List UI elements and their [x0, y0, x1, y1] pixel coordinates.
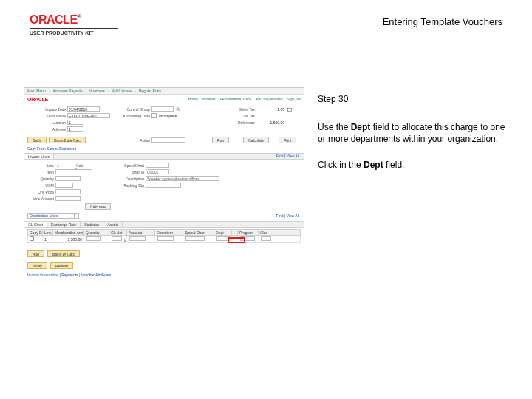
instruction-para-2: Click in the Dept field. [318, 159, 510, 171]
find-view-link-2[interactable]: Find | View All [276, 214, 299, 218]
search-icon[interactable] [176, 107, 180, 112]
step-label: Step 30 [318, 93, 510, 105]
item-field[interactable] [55, 169, 92, 174]
grid-account-field[interactable] [129, 236, 146, 241]
brand-word: ORACLE [30, 13, 78, 26]
copy-from-link[interactable]: Copy From Source Document [27, 146, 76, 151]
basis-date-calc-button[interactable]: Basis Date Calc [49, 137, 86, 143]
button-row-1: Basis Basis Date Calc [27, 137, 86, 143]
add-button[interactable]: Add [27, 250, 44, 257]
button-row-3: Notify Refresh [27, 262, 73, 269]
invoice-lines-bar: Invoice Lines [24, 153, 304, 160]
control-group-field[interactable] [151, 106, 174, 112]
uom-field[interactable] [55, 183, 73, 188]
grid-quantity-field[interactable] [86, 236, 101, 241]
basis-button[interactable]: Basis [27, 137, 47, 143]
screenshot-brand: ORACLE [27, 97, 48, 102]
basis-dt-calc-button[interactable]: Basis Dt Calc [47, 250, 80, 257]
line-amount-field[interactable] [55, 196, 81, 201]
screenshot-toolbar: Home Worklist Performance Trace Add to F… [188, 97, 301, 101]
refresh-button[interactable]: Refresh [50, 262, 74, 269]
calculate-button-2[interactable]: Calculate [85, 203, 111, 210]
svg-rect-2 [288, 108, 292, 111]
brand-logo: ORACLE® USER PRODUCTIVITY KIT [30, 13, 118, 35]
calculate-button[interactable]: Calculate [243, 137, 269, 143]
page-title: Entering Template Vouchers [383, 16, 502, 27]
run-button[interactable]: Run [212, 137, 229, 143]
distribution-lines-dropdown[interactable]: Distribution Lines [27, 213, 79, 219]
incomplete-checkbox[interactable] [151, 113, 157, 118]
footer-links[interactable]: Invoice Information | Payments | Voucher… [27, 273, 111, 277]
grid-glunit-field[interactable] [112, 236, 122, 241]
find-view-link[interactable]: Find | View All [276, 154, 299, 158]
packing-slip-field[interactable] [146, 183, 181, 188]
grid-tabs: GL Chart Exchange Rate Statistics Assets [24, 221, 304, 228]
chevron-down-icon [74, 214, 78, 218]
instruction-para-1: Use the Dept field to allocate this char… [318, 121, 510, 145]
unit-price-field[interactable] [55, 189, 81, 194]
grid-row: 1 1,500.00 US [27, 236, 301, 243]
notify-button[interactable]: Notify [27, 262, 47, 269]
button-row-2: Add Basis Dt Calc [27, 250, 80, 257]
action-select[interactable] [151, 137, 185, 143]
brand-reg: ® [78, 13, 82, 20]
dept-highlight [228, 237, 245, 243]
distribution-grid: Copy Down Line Merchandise Amt Quantity … [27, 229, 301, 243]
breadcrumb: Main Menu› Accounts Payable› Vouchers› A… [24, 88, 304, 95]
quantity-field[interactable] [55, 176, 81, 181]
tab-statistics[interactable]: Statistics [81, 222, 103, 227]
tab-gl-chart[interactable]: GL Chart [24, 222, 47, 227]
tab-exchange-rate[interactable]: Exchange Rate [47, 222, 81, 227]
svg-line-1 [179, 110, 180, 112]
grid-openitem-field[interactable] [157, 236, 174, 241]
print-button[interactable]: Print [279, 137, 296, 143]
grid-speedchart-field[interactable] [185, 236, 205, 241]
tab-assets[interactable]: Assets [103, 222, 123, 227]
screenshot-body: Invoice Date 01/04/2010 Short Name EXECU… [24, 106, 304, 279]
speedchart-field[interactable] [146, 163, 169, 168]
instruction-panel: Step 30 Use the Dept field to allocate t… [318, 93, 510, 184]
calendar-icon[interactable] [287, 107, 292, 112]
grid-class-field[interactable] [261, 236, 271, 241]
copydown-checkbox[interactable] [30, 236, 34, 241]
app-screenshot: Main Menu› Accounts Payable› Vouchers› A… [24, 87, 304, 279]
brand-sub: USER PRODUCTIVITY KIT [30, 28, 118, 35]
